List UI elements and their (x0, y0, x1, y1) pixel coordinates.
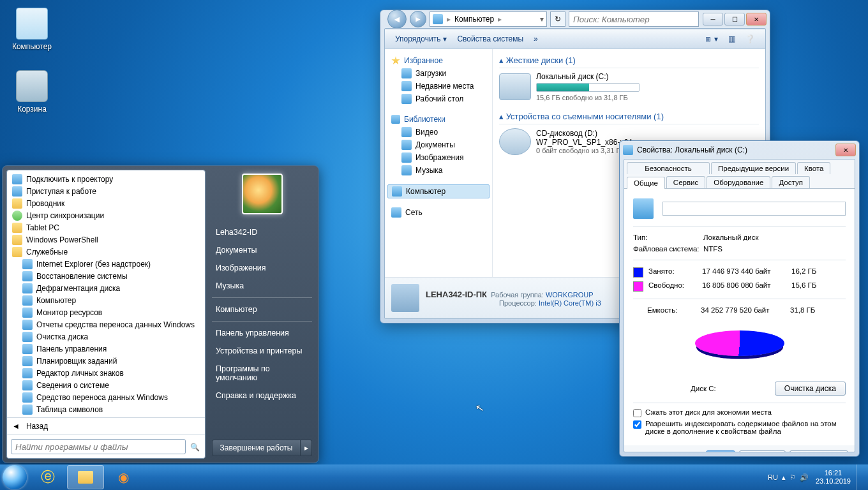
start-item[interactable]: Восстановление системы (8, 270, 204, 282)
start-item[interactable]: Приступая к работе (8, 185, 204, 197)
drive-name: CD-дисковод (D:) (536, 129, 632, 138)
start-item[interactable]: Планировщик заданий (8, 355, 204, 367)
start-item[interactable]: Средство переноса данных Windows (8, 391, 204, 403)
program-icon (22, 295, 33, 306)
start-item[interactable]: Компьютер (8, 294, 204, 306)
tab-security[interactable]: Безопасность (627, 162, 710, 174)
breadcrumb[interactable]: Компьютер (452, 15, 497, 24)
nav-item-desktop[interactable]: Рабочий стол (387, 93, 490, 105)
start-item[interactable]: Центр синхронизации (8, 209, 204, 221)
tab-quota[interactable]: Квота (797, 162, 830, 174)
computer-icon (433, 14, 443, 24)
start-right-link[interactable]: Панель управления (212, 324, 312, 342)
nav-item-downloads[interactable]: Загрузки (387, 67, 490, 80)
clock[interactable]: 16:21 23.10.2019 (811, 469, 856, 486)
index-checkbox[interactable]: Разрешить индексировать содержимое файло… (633, 420, 846, 435)
start-item[interactable]: Монитор ресурсов (8, 306, 204, 318)
start-item[interactable]: Internet Explorer (без надстроек) (8, 258, 204, 270)
start-item[interactable]: Очистка диска (8, 330, 204, 343)
nav-item-computer[interactable]: Компьютер (387, 184, 490, 198)
nav-item-network[interactable]: Сеть (387, 206, 490, 219)
nav-item-video[interactable]: Видео (387, 126, 490, 138)
start-right-link[interactable]: Музыка (212, 277, 312, 295)
tray-volume-icon[interactable]: 🔊 (800, 473, 809, 482)
nav-favorites[interactable]: Избранное (387, 54, 490, 67)
minimize-button[interactable]: ─ (703, 13, 723, 26)
nav-item-recent[interactable]: Недавние места (387, 80, 490, 93)
start-item[interactable]: Редактор личных знаков (8, 367, 204, 379)
start-item[interactable]: Таблица символов (8, 403, 204, 415)
start-button[interactable] (3, 465, 27, 489)
start-item[interactable]: Tablet PC (8, 221, 204, 234)
nav-item-docs[interactable]: Документы (387, 138, 490, 151)
nav-item-images[interactable]: Изображения (387, 151, 490, 164)
group-hdd[interactable]: ▴ Жесткие диски (1) (499, 53, 759, 68)
preview-button[interactable]: ▥ (723, 32, 740, 46)
start-item[interactable]: Подключить к проектору (8, 173, 204, 185)
user-picture[interactable] (242, 174, 283, 214)
maximize-button[interactable]: ☐ (724, 13, 745, 26)
start-right-link[interactable]: Программы по умолчанию (212, 360, 312, 387)
start-item[interactable]: Панель управления (8, 343, 204, 355)
start-item[interactable]: Служебные (8, 246, 204, 258)
tray-flag-icon[interactable]: ▴ (782, 473, 786, 482)
tab-previous[interactable]: Предыдущие версии (711, 162, 796, 174)
close-button[interactable]: ✕ (835, 144, 856, 156)
nav-libraries[interactable]: Библиотеки (387, 113, 490, 126)
cancel-button[interactable]: Отмена (739, 450, 786, 452)
nav-back-button[interactable]: ◄ (387, 10, 407, 29)
help-button[interactable]: ❔ (740, 32, 760, 46)
taskbar-ie[interactable]: ⓔ (30, 466, 66, 489)
tray-action-icon[interactable]: ⚐ (789, 473, 796, 482)
start-item[interactable]: Сведения о системе (8, 379, 204, 391)
overflow-button[interactable]: » (528, 32, 543, 46)
show-desktop-button[interactable] (856, 464, 865, 490)
shutdown-options[interactable]: ▸ (301, 440, 312, 456)
start-item[interactable]: Windows PowerShell (8, 234, 204, 246)
lang-indicator[interactable]: RU (768, 473, 778, 481)
start-right-link[interactable]: Компьютер (212, 301, 312, 318)
sysprops-button[interactable]: Свойства системы (452, 32, 528, 46)
start-item[interactable]: Дефрагментация диска (8, 282, 204, 294)
shutdown-button[interactable]: Завершение работы (212, 440, 301, 456)
program-icon (22, 356, 33, 366)
nav-fwd-button[interactable]: ► (410, 11, 426, 27)
organize-button[interactable]: Упорядочить ▾ (390, 32, 452, 46)
desktop-icon-computer[interactable]: Компьютер (8, 8, 56, 51)
nav-item-music[interactable]: Музыка (387, 164, 490, 177)
close-button[interactable]: ✕ (746, 13, 767, 26)
explorer-titlebar[interactable]: ◄ ► ▸ Компьютер ▸ ▾ ↻ ─ ☐ ✕ (380, 10, 770, 28)
address-bar[interactable]: ▸ Компьютер ▸ ▾ (430, 11, 547, 27)
refresh-button[interactable]: ↻ (550, 11, 565, 27)
start-right-link[interactable]: Справка и поддержка (212, 387, 312, 405)
folder-icon (78, 471, 93, 484)
start-right-link[interactable]: Устройства и принтеры (212, 342, 312, 360)
volume-label-input[interactable] (662, 202, 846, 216)
group-removable[interactable]: ▴ Устройства со съемными носителями (1) (499, 109, 759, 124)
program-icon (12, 247, 22, 257)
start-search-input[interactable] (11, 439, 186, 454)
start-right-link[interactable]: Изображения (212, 259, 312, 277)
user-link[interactable]: Leha342-ID (212, 223, 312, 241)
cleanup-button[interactable]: Очистка диска (775, 382, 846, 396)
search-input[interactable] (569, 11, 699, 27)
tab-service[interactable]: Сервис (666, 176, 705, 188)
ok-button[interactable]: ОК (706, 450, 735, 452)
start-item[interactable]: Проводник (8, 197, 204, 209)
start-item[interactable]: Отчеты средства переноса данных Windows (8, 318, 204, 330)
start-right-link[interactable]: Документы (212, 241, 312, 259)
tab-general[interactable]: Общие (627, 177, 665, 189)
tab-hardware[interactable]: Оборудование (707, 176, 770, 188)
apply-button[interactable]: Применить (789, 450, 848, 452)
drive-c[interactable]: Локальный диск (C:) 15,6 ГБ свободно из … (499, 72, 759, 101)
ie-icon: ⓔ (41, 468, 55, 487)
tab-sharing[interactable]: Доступ (772, 176, 809, 188)
taskbar-explorer[interactable] (67, 465, 104, 489)
taskbar-wmp[interactable]: ◉ (105, 466, 141, 489)
properties-titlebar[interactable]: Свойства: Локальный диск (C:) ✕ (620, 141, 859, 159)
back-button[interactable]: ◄Назад (7, 417, 205, 434)
view-button[interactable]: 🗉 ▾ (700, 32, 723, 46)
compress-checkbox[interactable]: Сжать этот диск для экономии места (633, 408, 846, 417)
desktop-icon-trash[interactable]: Корзина (8, 70, 56, 114)
program-icon (12, 235, 22, 245)
